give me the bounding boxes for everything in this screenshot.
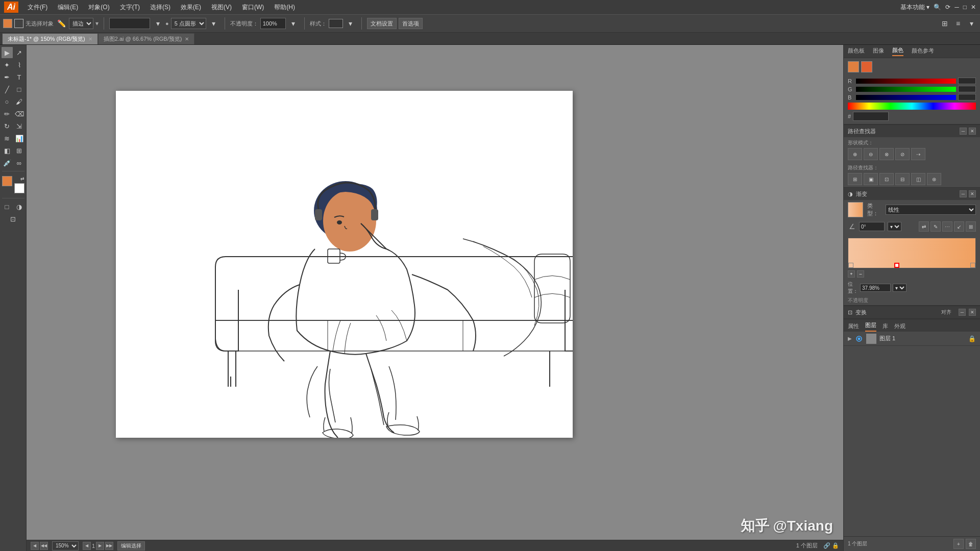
gradient-tool[interactable]: ◧ — [2, 145, 13, 156]
active-stroke-swatch[interactable] — [861, 61, 872, 72]
menu-effect[interactable]: 效果(E) — [176, 2, 206, 13]
merge-btn[interactable]: ⊡ — [879, 173, 894, 185]
gradient-apply-btn[interactable]: ↙ — [954, 221, 964, 232]
more-options-btn[interactable]: ▾ — [966, 18, 977, 29]
pathfinder-minus-btn[interactable]: ─ — [960, 128, 967, 135]
reverse-gradient-btn[interactable]: ⇄ — [919, 221, 929, 232]
eyedropper-tool[interactable]: 💉 — [2, 157, 13, 168]
screen-mode-btn[interactable]: ⊡ — [8, 213, 19, 224]
rect-tool[interactable]: □ — [14, 84, 25, 95]
layers-tab-layers[interactable]: 图层 — [865, 320, 876, 332]
add-stop-btn[interactable]: + — [848, 270, 855, 278]
normal-mode-btn[interactable]: □ — [2, 201, 13, 212]
color-spectrum[interactable] — [848, 103, 976, 110]
tab-colorboard[interactable]: 颜色板 — [848, 47, 865, 56]
zoom-select[interactable]: 150% — [52, 541, 79, 550]
gradient-type-select[interactable]: 线性 — [886, 205, 976, 215]
rotate-tool[interactable]: ↻ — [2, 120, 13, 132]
preference-btn[interactable]: 首选项 — [399, 18, 423, 29]
blend-tool[interactable]: ∞ — [14, 157, 25, 168]
b-slider[interactable] — [856, 95, 956, 100]
style-arrow[interactable]: ▾ — [345, 18, 356, 29]
opacity-arrow[interactable]: ▾ — [288, 18, 299, 29]
pathfinder-close-btn[interactable]: ✕ — [969, 128, 976, 135]
gradient-stop-end[interactable] — [970, 263, 975, 268]
warp-tool[interactable]: ≋ — [2, 133, 13, 144]
gradient-stop-selected[interactable] — [894, 263, 899, 268]
style-swatch[interactable] — [329, 19, 343, 28]
layer-visibility-btn[interactable] — [855, 335, 863, 343]
hex-input[interactable] — [853, 112, 889, 121]
type-tool[interactable]: T — [14, 71, 25, 83]
line-tool[interactable]: ╱ — [2, 84, 13, 95]
search-icon[interactable]: 🔍 — [934, 4, 941, 11]
last-page-btn[interactable]: ▶▶ — [105, 542, 113, 550]
g-value[interactable] — [958, 86, 976, 92]
add-layer-btn[interactable]: + — [953, 539, 964, 549]
direct-selection-tool[interactable]: ↗ — [14, 47, 25, 58]
brush-size-select[interactable]: 5 点圆形 — [171, 18, 206, 29]
minimize-btn[interactable]: ─ — [954, 4, 959, 11]
selection-tool[interactable]: ▶ — [2, 47, 13, 58]
crop-btn[interactable]: ⊟ — [895, 173, 910, 185]
layers-tab-appearance[interactable]: 外观 — [894, 321, 905, 332]
align-icon[interactable]: ≡ — [952, 18, 964, 29]
tab-1[interactable]: 插图2.ai @ 66.67% (RGB/预览) ✕ — [98, 33, 195, 44]
transform-minus-btn[interactable]: ─ — [959, 309, 966, 316]
menu-file[interactable]: 文件(F) — [22, 2, 53, 13]
gradient-preview-bar[interactable] — [848, 238, 976, 268]
gradient-swatch-main[interactable] — [848, 202, 863, 217]
gradient-copy-btn[interactable]: ⊞ — [966, 221, 976, 232]
trim-btn[interactable]: ▣ — [864, 173, 878, 185]
r-slider[interactable] — [856, 79, 956, 84]
page-left-btn[interactable]: ◀ — [83, 542, 91, 550]
transform-close-btn[interactable]: ✕ — [969, 309, 976, 316]
tab-1-close[interactable]: ✕ — [185, 36, 189, 42]
first-page-btn[interactable]: ◀◀ — [40, 542, 48, 550]
gradient-close-btn[interactable]: ✕ — [969, 190, 976, 197]
brush-options-btn[interactable]: ▾ — [208, 18, 219, 29]
divide-btn[interactable]: ⊞ — [848, 173, 862, 185]
layers-tab-library[interactable]: 库 — [883, 321, 888, 332]
canvas-area[interactable]: 知乎 @Txiang ◀ ◀◀ 150% ◀ 1 ▶ ▶▶ 编辑选择 1 个图层… — [27, 45, 843, 551]
workspace-selector[interactable]: 基本功能 ▾ — [900, 3, 929, 12]
menu-select[interactable]: 选择(S) — [145, 2, 176, 13]
menu-edit[interactable]: 编辑(E) — [53, 2, 83, 13]
menu-window[interactable]: 窗口(W) — [237, 2, 269, 13]
angle-select[interactable]: ▾ — [888, 222, 901, 231]
mesh-tool[interactable]: ⊞ — [14, 145, 25, 156]
delete-layer-btn[interactable]: 🗑 — [966, 539, 976, 549]
b-value[interactable] — [958, 94, 976, 101]
brush-size-btn[interactable]: ▾ — [152, 18, 163, 29]
arrange-icon[interactable]: ⊞ — [939, 18, 950, 29]
edit-gradient-btn[interactable]: ✎ — [930, 221, 941, 232]
gradient-stop-start[interactable] — [848, 263, 853, 268]
layers-tab-properties[interactable]: 属性 — [848, 321, 859, 332]
prev-page-btn[interactable]: ◀ — [31, 542, 39, 550]
close-btn[interactable]: ✕ — [971, 4, 976, 11]
r-value[interactable] — [958, 78, 976, 84]
layer-name-1[interactable]: 图层 1 — [879, 335, 965, 342]
tab-color[interactable]: 颜色 — [892, 46, 903, 56]
ellipse-tool[interactable]: ○ — [2, 96, 13, 107]
eraser-tool[interactable]: ⌫ — [14, 108, 25, 119]
active-fill-swatch[interactable] — [848, 61, 859, 72]
tab-0[interactable]: 未标题-1* @ 150% (RGB/预览) ✕ — [2, 33, 98, 44]
maximize-btn[interactable]: □ — [963, 4, 967, 11]
chart-tool[interactable]: 📊 — [14, 133, 25, 144]
g-slider[interactable] — [856, 87, 956, 92]
doc-settings-btn[interactable]: 文档设置 — [367, 18, 397, 29]
foreground-color-swatch[interactable] — [2, 176, 12, 186]
page-right-btn[interactable]: ▶ — [96, 542, 104, 550]
menu-help[interactable]: 帮助(H) — [269, 2, 300, 13]
exclude-btn[interactable]: ⊘ — [895, 148, 910, 160]
pen-tool[interactable]: ✒ — [2, 71, 13, 83]
style-input[interactable] — [109, 18, 150, 29]
menu-view[interactable]: 视图(V) — [206, 2, 237, 13]
layer-expand-btn[interactable]: ▶ — [848, 336, 852, 341]
magic-wand-tool[interactable]: ✦ — [2, 59, 13, 70]
fill-color-swatch[interactable] — [3, 19, 12, 28]
brush-tool[interactable]: 🖌 — [14, 96, 25, 107]
mode-select[interactable]: 描边 填充 — [69, 18, 93, 29]
position-input[interactable] — [860, 284, 891, 292]
